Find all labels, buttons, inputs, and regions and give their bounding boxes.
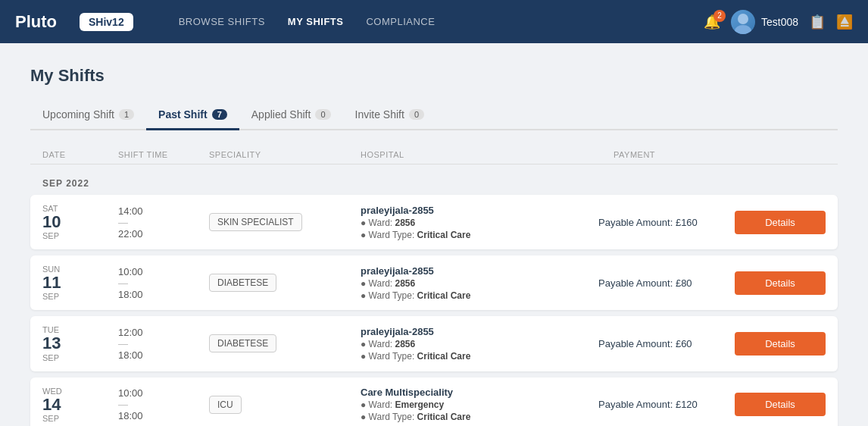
table-header: DATE SHIFT TIME SPECIALITY HOSPITAL PAYM… xyxy=(30,146,838,164)
logout-icon[interactable]: ⏏️ xyxy=(836,14,853,30)
ward-detail: ● Ward: 2856 xyxy=(361,218,598,228)
time-cell: 10:00 — 18:00 xyxy=(118,266,209,300)
ward-type-detail: ● Ward Type: Critical Care xyxy=(361,230,598,240)
specialty-badge: DIABETESE xyxy=(209,274,276,292)
day-number: 10 xyxy=(42,213,61,231)
day-number: 14 xyxy=(42,396,61,414)
date-cell: SAT 10 SEP xyxy=(42,204,118,240)
month: SEP xyxy=(42,414,59,423)
avatar xyxy=(731,10,755,34)
specialty-badge: ICU xyxy=(209,396,242,414)
time-separator: — xyxy=(118,338,128,349)
ward-detail: ● Ward: 2856 xyxy=(361,278,598,289)
main-content: My Shifts Upcoming Shift 1 Past Shift 7 … xyxy=(0,43,868,426)
tab-applied-label: Applied Shift xyxy=(251,108,311,121)
svg-point-0 xyxy=(738,14,748,24)
details-button[interactable]: Details xyxy=(735,332,826,356)
hospital-cell: Care Multispeciality ● Ward: Emergency ●… xyxy=(361,387,598,422)
details-button[interactable]: Details xyxy=(735,393,826,416)
payment-cell: Payable Amount: £160 xyxy=(598,217,735,228)
hospital-name: praleyijala-2855 xyxy=(361,205,598,216)
user-menu[interactable]: Test008 xyxy=(731,10,798,34)
time-start: 12:00 xyxy=(118,327,143,338)
day-of-week: WED xyxy=(42,387,62,396)
specialty-cell: SKIN SPECIALIST xyxy=(209,213,361,231)
time-start: 10:00 xyxy=(118,266,143,277)
table-row: SAT 10 SEP 14:00 — 22:00 SKIN SPECIALIST… xyxy=(30,195,838,249)
shifts-list: SAT 10 SEP 14:00 — 22:00 SKIN SPECIALIST… xyxy=(30,195,838,426)
month: SEP xyxy=(42,353,59,362)
specialty-badge: DIABETESE xyxy=(209,334,276,352)
col-speciality: SPECIALITY xyxy=(209,150,361,159)
header-right: 🔔 2 Test008 📋 ⏏️ xyxy=(704,10,853,34)
table-row: TUE 13 SEP 12:00 — 18:00 DIABETESE prale… xyxy=(30,316,838,371)
notification-count: 2 xyxy=(713,10,726,22)
shift-id-badge: SHiv12 xyxy=(80,13,133,31)
nav-my-shifts[interactable]: MY SHIFTS xyxy=(288,16,344,27)
month: SEP xyxy=(42,292,59,301)
hospital-cell: praleyijala-2855 ● Ward: 2856 ● Ward Typ… xyxy=(361,205,598,240)
profile-icon[interactable]: 📋 xyxy=(809,14,826,30)
app-logo: Pluto xyxy=(15,12,57,32)
specialty-cell: DIABETESE xyxy=(209,334,361,352)
tab-applied-count: 0 xyxy=(315,109,330,120)
date-cell: TUE 13 SEP xyxy=(42,325,118,362)
tab-applied-shift[interactable]: Applied Shift 0 xyxy=(239,101,343,130)
day-number: 11 xyxy=(42,274,61,292)
nav-compliance[interactable]: COMPLIANCE xyxy=(366,16,435,27)
ward-detail: ● Ward: 2856 xyxy=(361,339,598,349)
time-separator: — xyxy=(118,399,128,410)
time-separator: — xyxy=(118,217,128,228)
ward-detail: ● Ward: Emergency xyxy=(361,399,598,410)
notification-button[interactable]: 🔔 2 xyxy=(704,14,720,30)
col-action xyxy=(750,150,826,159)
details-button[interactable]: Details xyxy=(735,271,826,295)
time-cell: 12:00 — 18:00 xyxy=(118,327,209,361)
ward-type-detail: ● Ward Type: Critical Care xyxy=(361,412,598,422)
ward-type-detail: ● Ward Type: Critical Care xyxy=(361,351,598,362)
payment-cell: Payable Amount: £80 xyxy=(598,277,735,289)
hospital-cell: praleyijala-2855 ● Ward: 2856 ● Ward Typ… xyxy=(361,265,598,301)
time-end: 22:00 xyxy=(118,228,143,240)
time-start: 10:00 xyxy=(118,387,143,399)
payment-cell: Payable Amount: £60 xyxy=(598,338,735,349)
section-label: SEP 2022 xyxy=(30,172,838,195)
tab-invite-label: Invite Shift xyxy=(355,108,404,121)
nav-browse-shifts[interactable]: BROWSE SHIFTS xyxy=(179,16,265,27)
app-header: Pluto SHiv12 BROWSE SHIFTS MY SHIFTS COM… xyxy=(0,0,868,43)
table-row: SUN 11 SEP 10:00 — 18:00 DIABETESE prale… xyxy=(30,255,838,310)
tab-past-count: 7 xyxy=(212,109,227,120)
time-separator: — xyxy=(118,277,128,289)
time-end: 18:00 xyxy=(118,410,143,421)
date-cell: WED 14 SEP xyxy=(42,387,118,423)
table-row: WED 14 SEP 10:00 — 18:00 ICU Care Multis… xyxy=(30,377,838,426)
month: SEP xyxy=(42,231,59,240)
svg-point-1 xyxy=(735,25,751,34)
specialty-badge: SKIN SPECIALIST xyxy=(209,213,302,231)
page-title: My Shifts xyxy=(30,66,838,86)
time-cell: 10:00 — 18:00 xyxy=(118,387,209,421)
tab-past-label: Past Shift xyxy=(158,108,208,121)
payment-cell: Payable Amount: £120 xyxy=(598,399,735,410)
col-date: DATE xyxy=(42,150,118,159)
details-button[interactable]: Details xyxy=(735,211,826,234)
tab-upcoming-count: 1 xyxy=(119,109,134,120)
tab-past-shift[interactable]: Past Shift 7 xyxy=(146,101,239,130)
hospital-cell: praleyijala-2855 ● Ward: 2856 ● Ward Typ… xyxy=(361,326,598,362)
main-nav: BROWSE SHIFTS MY SHIFTS COMPLIANCE xyxy=(179,16,688,27)
tab-upcoming-label: Upcoming Shift xyxy=(42,108,114,121)
col-shift-time: SHIFT TIME xyxy=(118,150,209,159)
hospital-name: Care Multispeciality xyxy=(361,387,598,398)
shift-tabs: Upcoming Shift 1 Past Shift 7 Applied Sh… xyxy=(30,101,838,130)
tab-invite-shift[interactable]: Invite Shift 0 xyxy=(343,101,437,130)
user-name-label: Test008 xyxy=(761,16,798,28)
hospital-name: praleyijala-2855 xyxy=(361,326,598,337)
time-start: 14:00 xyxy=(118,205,143,217)
avatar-initials xyxy=(731,10,755,34)
time-cell: 14:00 — 22:00 xyxy=(118,205,209,240)
col-payment: PAYMENT xyxy=(614,150,750,159)
date-cell: SUN 11 SEP xyxy=(42,265,118,301)
ward-type-detail: ● Ward Type: Critical Care xyxy=(361,290,598,301)
tab-invite-count: 0 xyxy=(409,109,424,120)
tab-upcoming-shift[interactable]: Upcoming Shift 1 xyxy=(30,101,146,130)
